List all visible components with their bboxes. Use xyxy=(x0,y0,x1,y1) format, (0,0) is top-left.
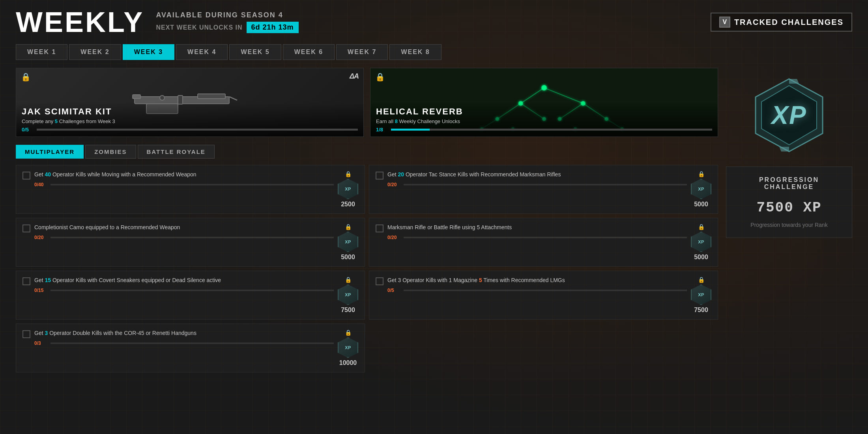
challenge-desc-1: Get 40 Operator Kills while Moving with … xyxy=(34,171,334,179)
challenge-checkbox-2[interactable] xyxy=(376,172,383,180)
svg-rect-3 xyxy=(133,95,140,99)
progress-text-helical: 1/8 xyxy=(376,127,388,133)
reward-card-info-helical: HELICAL REVERB Earn all 8 Weekly Challen… xyxy=(370,103,718,137)
xp-value-2: 5000 xyxy=(694,201,708,208)
challenge-progress-bar-4 xyxy=(404,237,687,238)
mode-tab-zombies[interactable]: ZOMBIES xyxy=(85,145,136,159)
xp-value-3: 5000 xyxy=(341,254,355,261)
progression-label: PROGRESSION CHALLENGE xyxy=(734,176,844,191)
challenge-item-4: Marksman Rifle or Battle Rifle using 5 A… xyxy=(369,218,718,267)
reward-card-info-jak: JAK SCIMITAR KIT Complete any 5 Challeng… xyxy=(16,103,363,137)
desc-prefix: Complete any xyxy=(22,118,55,124)
xp-badge-7: XP xyxy=(338,337,358,358)
progression-xp: 7500 XP xyxy=(734,195,844,218)
challenge-lock-5: 🔒 xyxy=(345,277,352,283)
week-tab-5[interactable]: WEEK 5 xyxy=(229,44,281,60)
challenge-body-4: Marksman Rifle or Battle Rifle using 5 A… xyxy=(387,224,687,240)
tracked-key: V xyxy=(719,17,730,28)
week-tab-6[interactable]: WEEK 6 xyxy=(283,44,335,60)
lock-icon-helical: 🔒 xyxy=(375,72,385,82)
challenge-desc-3: Completionist Camo equipped to a Recomme… xyxy=(34,224,334,232)
challenge-checkbox-5[interactable] xyxy=(22,277,30,285)
challenge-progress-text-1: 0/40 xyxy=(34,182,48,187)
challenge-right-6: 🔒 XP 7500 xyxy=(691,277,711,314)
week-tabs: WEEK 1 WEEK 2 WEEK 3 WEEK 4 WEEK 5 WEEK … xyxy=(0,44,868,68)
challenge-right-5: 🔒 XP 7500 xyxy=(338,277,358,314)
reward-name-helical: HELICAL REVERB xyxy=(376,107,712,117)
challenge-progress-text-4: 0/20 xyxy=(387,235,401,240)
brand-icon: ΔA xyxy=(350,72,359,80)
xp-badge-5: XP xyxy=(338,284,358,305)
challenge-body-7: Get 3 Operator Double Kills with the COR… xyxy=(34,329,334,346)
challenge-checkbox-6[interactable] xyxy=(376,277,383,285)
challenge-progress-text-2: 0/20 xyxy=(387,182,401,187)
progress-wrap-helical: 1/8 xyxy=(376,127,712,133)
mode-tab-battle-royale[interactable]: BATTLE ROYALE xyxy=(138,145,215,159)
xp-value-7: 10000 xyxy=(339,359,357,367)
lock-icon: 🔒 xyxy=(21,72,31,82)
tracked-label: TRACKED CHALLENGES xyxy=(734,18,844,27)
challenge-lock-7: 🔒 xyxy=(345,329,352,336)
mode-tabs: MULTIPLAYER ZOMBIES BATTLE ROYALE xyxy=(16,145,718,159)
progress-text-jak: 0/5 xyxy=(22,127,34,133)
desc-suffix-h: Weekly Challenge Unlocks xyxy=(398,118,460,124)
challenge-desc-7: Get 3 Operator Double Kills with the COR… xyxy=(34,329,334,337)
tracked-challenges-button[interactable]: V TRACKED CHALLENGES xyxy=(711,13,852,32)
challenge-progress-bar-3 xyxy=(51,237,334,238)
svg-marker-29 xyxy=(779,147,789,152)
week-tab-4[interactable]: WEEK 4 xyxy=(176,44,228,60)
challenge-grid: Get 40 Operator Kills while Moving with … xyxy=(16,165,718,372)
challenge-checkbox-3[interactable] xyxy=(22,224,30,232)
challenge-right-4: 🔒 XP 5000 xyxy=(691,224,711,261)
challenge-lock-2: 🔒 xyxy=(698,171,705,177)
week-tab-7[interactable]: WEEK 7 xyxy=(336,44,388,60)
challenge-lock-6: 🔒 xyxy=(698,277,705,283)
week-tab-3[interactable]: WEEK 3 xyxy=(123,44,174,60)
challenge-progress-text-7: 0/3 xyxy=(34,340,48,346)
challenge-progress-bar-1 xyxy=(51,184,334,185)
desc-num: 5 xyxy=(55,118,58,124)
challenge-checkbox-1[interactable] xyxy=(22,172,30,180)
challenge-desc-2: Get 20 Operator Tac Stance Kills with Re… xyxy=(387,171,687,179)
challenge-progress-bar-7 xyxy=(51,342,334,344)
challenge-body-2: Get 20 Operator Tac Stance Kills with Re… xyxy=(387,171,687,187)
challenge-lock-3: 🔒 xyxy=(345,224,352,230)
week-tab-8[interactable]: WEEK 8 xyxy=(389,44,441,60)
challenge-right-3: 🔒 XP 5000 xyxy=(338,224,358,261)
challenge-body-6: Get 3 Operator Kills with 1 Magazine 5 T… xyxy=(387,277,687,293)
week-tab-2[interactable]: WEEK 2 xyxy=(69,44,121,60)
challenge-item-3: Completionist Camo equipped to a Recomme… xyxy=(16,218,365,267)
xp-hex-inner: XP xyxy=(750,76,829,155)
header-info: AVAILABLE DURING SEASON 4 NEXT WEEK UNLO… xyxy=(156,11,298,33)
xp-badge-4: XP xyxy=(691,232,711,252)
header: WEEKLY AVAILABLE DURING SEASON 4 NEXT WE… xyxy=(0,0,868,44)
reward-card-jak-scimitar: 🔒 ΔA JAK SCIMITAR KIT Complete any 5 Cha… xyxy=(16,68,364,137)
challenge-progress-text-6: 0/5 xyxy=(387,288,401,293)
reward-cards: 🔒 ΔA JAK SCIMITAR KIT Complete any 5 Cha… xyxy=(16,68,718,137)
page-title: WEEKLY xyxy=(16,8,144,36)
timer-value: 6d 21h 13m xyxy=(247,22,299,33)
progression-xp-value: 7500 xyxy=(756,200,793,216)
reward-name-jak: JAK SCIMITAR KIT xyxy=(22,107,358,117)
week-tab-1[interactable]: WEEK 1 xyxy=(16,44,67,60)
challenge-item-2: Get 20 Operator Tac Stance Kills with Re… xyxy=(369,165,718,214)
progress-fill-helical xyxy=(391,129,430,131)
challenge-checkbox-7[interactable] xyxy=(22,330,30,338)
mode-tab-multiplayer[interactable]: MULTIPLAYER xyxy=(16,145,84,159)
challenge-right-7: 🔒 XP 10000 xyxy=(338,329,358,367)
challenge-checkbox-4[interactable] xyxy=(376,224,383,232)
challenge-item-6: Get 3 Operator Kills with 1 Magazine 5 T… xyxy=(369,271,718,320)
xp-badge-1: XP xyxy=(338,179,358,199)
main-content: 🔒 ΔA JAK SCIMITAR KIT Complete any 5 Cha… xyxy=(0,68,868,372)
challenge-item-7: Get 3 Operator Double Kills with the COR… xyxy=(16,324,365,372)
challenge-lock-1: 🔒 xyxy=(345,171,352,177)
svg-line-7 xyxy=(544,88,583,103)
challenge-progress-4: 0/20 xyxy=(387,235,687,240)
challenge-item-1: Get 40 Operator Kills while Moving with … xyxy=(16,165,365,214)
challenge-desc-4: Marksman Rifle or Battle Rifle using 5 A… xyxy=(387,224,687,232)
progression-sub: Progression towards your Rank xyxy=(734,222,844,228)
progression-xp-suffix: XP xyxy=(794,200,822,216)
desc-num-h: 8 xyxy=(395,118,398,124)
left-panel: 🔒 ΔA JAK SCIMITAR KIT Complete any 5 Cha… xyxy=(16,68,718,372)
challenge-progress-text-5: 0/15 xyxy=(34,288,48,293)
